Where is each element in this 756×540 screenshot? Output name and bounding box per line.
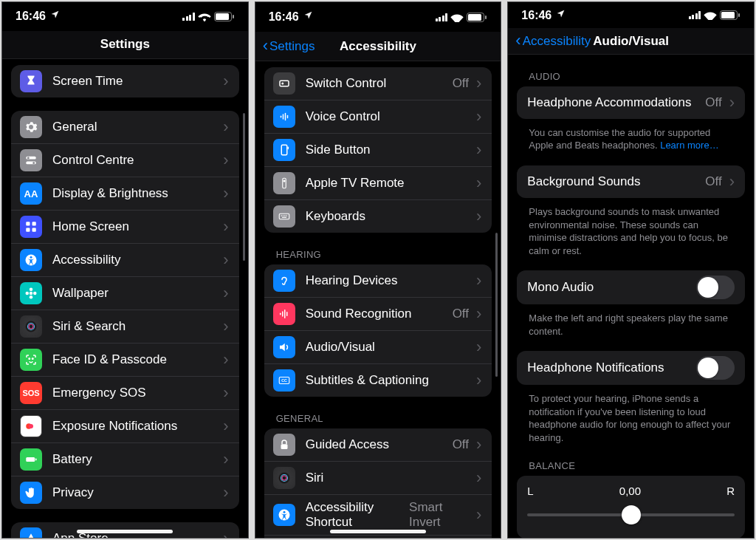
- accessibility-icon: [273, 504, 295, 526]
- group-background-sounds: Background Sounds Off ›: [517, 165, 745, 198]
- chevron-right-icon: ›: [223, 152, 228, 168]
- scroll-area[interactable]: Switch ControlOff›Voice Control›Side But…: [255, 61, 501, 538]
- svg-rect-10: [26, 228, 30, 232]
- cell-voice-control[interactable]: Voice Control›: [264, 100, 492, 133]
- location-icon: [303, 10, 313, 22]
- cell-accessibility[interactable]: Accessibility›: [11, 243, 239, 276]
- back-button[interactable]: ‹ Settings: [260, 32, 318, 61]
- cell-audio-visual[interactable]: Audio/Visual›: [264, 330, 492, 363]
- cell-siri-search[interactable]: Siri & Search›: [11, 310, 239, 343]
- cell-keyboards[interactable]: Keyboards›: [264, 199, 492, 233]
- svg-point-0: [203, 19, 205, 21]
- cell-privacy[interactable]: Privacy›: [11, 476, 239, 509]
- group-hearing: Hearing Devices›Sound RecognitionOff›Aud…: [264, 264, 492, 397]
- cell-apple-tv-remote[interactable]: Apple TV Remote›: [264, 166, 492, 199]
- status-bar: 16:46: [2, 2, 248, 31]
- balance-right-label: R: [726, 485, 735, 497]
- svg-rect-50: [286, 216, 287, 216]
- svg-rect-41: [286, 115, 288, 119]
- scroll-area[interactable]: AUDIO Headphone Accommodations Off › You…: [508, 55, 754, 538]
- text-size-icon: AA: [20, 182, 42, 205]
- label: Display & Brightness: [52, 186, 220, 201]
- nav-title: Settings: [100, 37, 150, 52]
- learn-more-link[interactable]: Learn more…: [660, 140, 718, 151]
- group-header-general: GENERAL: [276, 413, 481, 424]
- headphone-notif-switch[interactable]: [696, 356, 735, 380]
- exposure-icon: [20, 415, 42, 437]
- cell-switch-control[interactable]: Switch ControlOff›: [264, 67, 492, 100]
- cell-mono-audio: Mono Audio: [517, 270, 745, 304]
- label: General: [52, 120, 220, 134]
- gear-icon: [20, 116, 42, 138]
- cell-wallpaper[interactable]: Wallpaper›: [11, 276, 239, 310]
- chevron-right-icon: ›: [476, 142, 481, 158]
- back-button[interactable]: ‹ Accessibility: [512, 28, 594, 54]
- cell-side-button[interactable]: Side Button›: [264, 133, 492, 166]
- battery-icon: [20, 448, 42, 471]
- label: Subtitles & Captioning: [306, 373, 473, 388]
- cell-sound-recognition[interactable]: Sound RecognitionOff›: [264, 297, 492, 330]
- chevron-right-icon: ›: [476, 208, 481, 225]
- cell-subtitles-captioning[interactable]: CCSubtitles & Captioning›: [264, 363, 492, 397]
- svg-rect-69: [721, 12, 735, 18]
- cell-battery[interactable]: Battery›: [11, 442, 239, 476]
- cell-exposure-notifications[interactable]: Exposure Notifications›: [11, 409, 239, 442]
- chevron-left-icon: ‹: [263, 38, 268, 54]
- chevron-right-icon: ›: [476, 75, 481, 92]
- label: Background Sounds: [527, 174, 705, 189]
- svg-point-15: [30, 288, 33, 292]
- cell-accessibility-shortcut[interactable]: Accessibility ShortcutSmart Invert›: [264, 494, 492, 535]
- svg-rect-49: [284, 216, 286, 216]
- svg-rect-35: [485, 16, 487, 19]
- status-bar: 16:46: [508, 2, 754, 28]
- wifi-icon: [198, 12, 211, 21]
- cell-background-sounds[interactable]: Background Sounds Off ›: [517, 165, 745, 198]
- balance-left-label: L: [527, 485, 533, 497]
- svg-point-22: [29, 358, 30, 360]
- group-mono-audio: Mono Audio: [517, 270, 745, 304]
- svg-rect-54: [284, 310, 286, 318]
- cell-headphone-accommodations[interactable]: Headphone Accommodations Off ›: [517, 86, 745, 119]
- chevron-right-icon: ›: [223, 252, 228, 268]
- svg-rect-58: [281, 444, 287, 449]
- detail: Off: [705, 95, 721, 110]
- svg-rect-52: [280, 313, 281, 315]
- battery-icon: [214, 12, 235, 21]
- chevron-right-icon: ›: [476, 175, 481, 191]
- label: Side Button: [306, 143, 473, 157]
- cell-per-app-settings[interactable]: Per-App Settings›: [264, 535, 492, 538]
- cell-hearing-devices[interactable]: Hearing Devices›: [264, 264, 492, 297]
- scroll-area[interactable]: Screen Time› General›Control Centre›AADi…: [2, 59, 248, 538]
- detail: Off: [453, 307, 469, 321]
- svg-rect-42: [281, 145, 287, 155]
- balance-value: 0,00: [619, 485, 641, 497]
- home-indicator[interactable]: [77, 530, 173, 533]
- label: Voice Control: [306, 109, 473, 124]
- svg-rect-53: [282, 311, 284, 317]
- cell-emergency-sos[interactable]: SOSEmergency SOS›: [11, 376, 239, 409]
- cell-display-brightness[interactable]: AADisplay & Brightness›: [11, 177, 239, 210]
- svg-point-16: [30, 295, 33, 299]
- detail: Off: [705, 174, 721, 189]
- detail: Off: [453, 437, 469, 452]
- footer-mono: Make the left and right speakers play th…: [529, 312, 733, 338]
- cell-face-id-passcode[interactable]: Face ID & Passcode›: [11, 343, 239, 376]
- cellular-icon: [689, 11, 701, 19]
- cell-guided-access[interactable]: Guided AccessOff›: [264, 428, 492, 461]
- svg-rect-2: [216, 13, 229, 20]
- balance-slider[interactable]: [527, 506, 735, 524]
- cell-general[interactable]: General›: [11, 111, 239, 143]
- cell-control-centre[interactable]: Control Centre›: [11, 143, 239, 177]
- home-indicator[interactable]: [330, 530, 426, 533]
- cell-screen-time[interactable]: Screen Time›: [11, 65, 239, 98]
- cell-home-screen[interactable]: Home Screen›: [11, 210, 239, 243]
- svg-rect-36: [280, 81, 289, 86]
- chevron-right-icon: ›: [476, 437, 481, 453]
- keyboard-icon: [273, 205, 295, 228]
- mono-audio-switch[interactable]: [696, 276, 735, 299]
- cell-siri[interactable]: Siri›: [264, 461, 492, 494]
- time-label: 16:46: [16, 10, 46, 23]
- appstore-icon: [20, 527, 42, 538]
- label: Headphone Accommodations: [527, 95, 705, 110]
- chevron-right-icon: ›: [223, 219, 228, 235]
